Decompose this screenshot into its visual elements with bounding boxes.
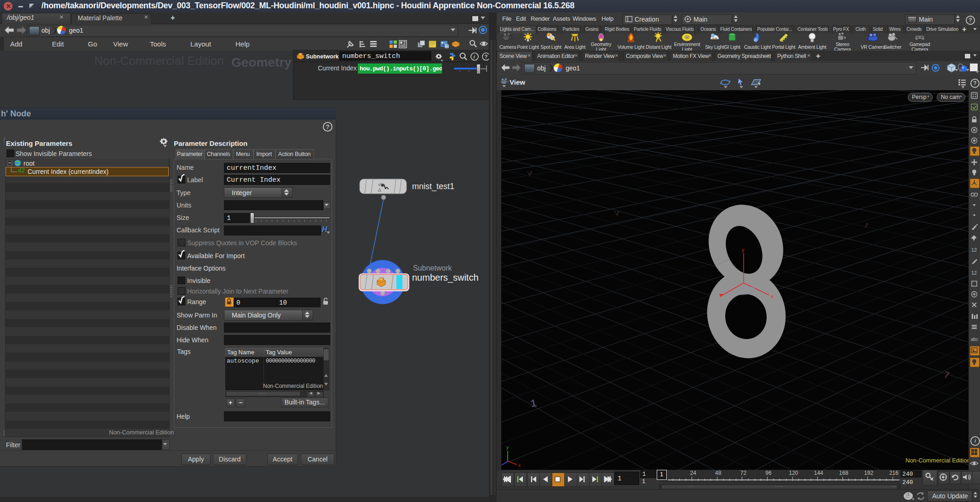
svg-text:y: y <box>742 247 745 253</box>
svg-text:y: y <box>506 445 509 450</box>
svg-text:12: 12 <box>971 247 977 253</box>
svg-text:△: △ <box>378 187 381 192</box>
svg-text:abc: abc <box>971 337 978 342</box>
svg-text:?: ? <box>485 54 488 59</box>
svg-text:i: i <box>474 54 476 59</box>
svg-text:-1: -1 <box>613 208 621 217</box>
svg-text:√◉: √◉ <box>378 182 384 187</box>
svg-text:1: 1 <box>863 221 870 229</box>
svg-text:1: 1 <box>529 397 537 410</box>
svg-text:x: x <box>518 463 521 468</box>
svg-text:x: x <box>771 294 774 299</box>
svg-text:12: 12 <box>971 270 977 276</box>
